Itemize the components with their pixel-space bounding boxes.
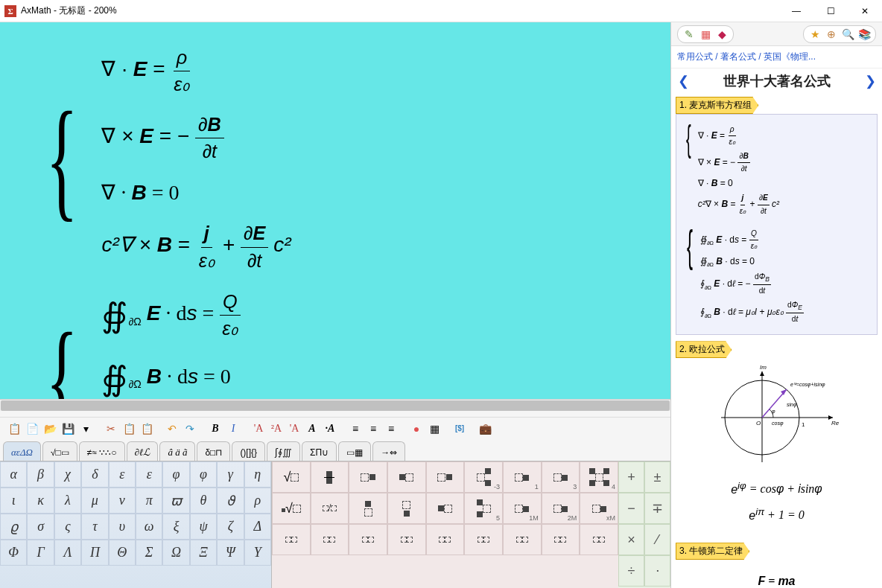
greek-Φ[interactable]: Φ (0, 540, 27, 566)
sidebar-search-icon[interactable]: 🔍 (840, 28, 856, 41)
tab-sum[interactable]: ΣΠ∪ (302, 441, 337, 461)
struct-cell[interactable]: 3 (542, 461, 580, 493)
font-a4[interactable]: A (304, 421, 320, 437)
greek-Ξ[interactable]: Ξ (190, 540, 217, 566)
struct-cell[interactable] (311, 461, 349, 493)
greek-ϱ[interactable]: ϱ (0, 514, 27, 540)
maxwell-eq1[interactable]: ∇ · E = ρε₀ (101, 45, 291, 98)
tab-arrow[interactable]: →⇔ (372, 441, 405, 461)
op-+[interactable]: + (618, 461, 644, 493)
struct-cell[interactable]: 4 (580, 461, 618, 493)
sidebar-star-icon[interactable]: ★ (807, 28, 823, 41)
sidebar-pin-icon[interactable]: ◆ (714, 28, 730, 41)
op-∓[interactable]: ∓ (644, 493, 670, 524)
greek-Π[interactable]: Π (81, 540, 108, 566)
struct-cell[interactable] (349, 461, 387, 493)
color-grid[interactable]: ▦ (426, 421, 442, 437)
tab-greek[interactable]: αεΔΩ (3, 441, 41, 461)
greek-ϑ[interactable]: ϑ (217, 488, 244, 514)
save-dropdown[interactable]: ▾ (77, 421, 94, 437)
op-×[interactable]: × (618, 524, 644, 555)
greek-κ[interactable]: κ (27, 488, 54, 514)
struct-cell[interactable] (426, 493, 465, 524)
font-a2[interactable]: ²A (268, 421, 285, 437)
op-−[interactable]: − (618, 493, 644, 524)
greek-ε[interactable]: ε (109, 461, 136, 488)
maximize-button[interactable]: ☐ (813, 0, 848, 22)
greek-γ[interactable]: γ (217, 461, 244, 488)
tab-accent[interactable]: â ä ã (159, 441, 195, 461)
struct-cell[interactable] (272, 524, 311, 555)
struct-cell[interactable] (387, 493, 426, 524)
op-⋅[interactable]: ⋅ (644, 555, 670, 587)
section2-body[interactable]: Im Re O 1 cosφ sinφ φ eⁱᵠ=cosφ+isinφ eiφ… (676, 358, 878, 537)
tab-matrix[interactable]: ▭▦ (338, 441, 371, 461)
greek-δ[interactable]: δ (81, 461, 108, 488)
canvas-area[interactable]: { ∇ · E = ρε₀ ∇ × E = − ∂B∂t ∇ · B = 0 (0, 22, 670, 399)
greek-η[interactable]: η (244, 461, 271, 488)
greek-Σ[interactable]: Σ (136, 540, 162, 566)
sidebar-content[interactable]: 1. 麦克斯韦方程组 { ∇ · E = ρε₀ ∇ × E = − ∂B∂t … (671, 94, 882, 588)
cut-button[interactable]: ✂ (103, 421, 119, 437)
color-picker[interactable]: ● (408, 421, 425, 437)
struct-cell[interactable] (580, 524, 618, 555)
copy-button[interactable]: 📋 (121, 421, 137, 437)
new-button[interactable]: 📋 (6, 421, 22, 437)
greek-ψ[interactable]: ψ (190, 514, 217, 540)
greek-υ[interactable]: υ (109, 514, 136, 540)
struct-cell[interactable] (349, 524, 387, 555)
new2-button[interactable]: 📄 (24, 421, 40, 437)
greek-ϖ[interactable]: ϖ (162, 488, 189, 514)
op-÷[interactable]: ÷ (618, 555, 644, 587)
greek-χ[interactable]: χ (54, 461, 81, 488)
redo-button[interactable]: ↷ (182, 421, 198, 437)
struct-cell[interactable] (311, 524, 349, 555)
greek-φ[interactable]: φ (162, 461, 189, 488)
align-center[interactable]: ≡ (365, 421, 381, 437)
struct-cell[interactable]: √ (272, 461, 311, 493)
section3-body[interactable]: F = ma (676, 560, 878, 588)
greek-Υ[interactable]: Υ (244, 540, 271, 566)
tab-script[interactable]: ∂ℓℒ (127, 441, 159, 461)
greek-Θ[interactable]: Θ (109, 540, 136, 566)
struct-cell[interactable]: xM (580, 493, 618, 524)
breadcrumb[interactable]: 常用公式 / 著名公式 / 英国《物理... (671, 46, 882, 68)
greek-ς[interactable]: ς (54, 514, 81, 540)
struct-cell[interactable]: 1 (503, 461, 542, 493)
greek-ξ[interactable]: ξ (162, 514, 189, 540)
align-left[interactable]: ≡ (347, 421, 364, 437)
struct-cell[interactable]: √ (272, 493, 311, 524)
greek-ι[interactable]: ι (0, 488, 27, 514)
struct-cell[interactable]: 5 (464, 493, 503, 524)
sidebar-book-icon[interactable]: 📚 (856, 28, 872, 41)
greek-ε[interactable]: ε (136, 461, 162, 488)
maxwell-eq4[interactable]: c²∇ × B = jε₀ + ∂E∂t c² (101, 220, 291, 274)
greek-ρ[interactable]: ρ (244, 488, 271, 514)
struct-cell[interactable]: 1M (503, 493, 542, 524)
open-button[interactable]: 📂 (42, 421, 58, 437)
struct-cell[interactable] (426, 524, 465, 555)
op-∕[interactable]: ∕ (644, 524, 670, 555)
section1-body[interactable]: { ∇ · E = ρε₀ ∇ × E = − ∂B∂t ∇ · B = 0 c… (676, 114, 878, 335)
struct-cell[interactable]: 2M (542, 493, 580, 524)
struct-cell[interactable] (349, 493, 387, 524)
latex-button[interactable]: [$] (451, 421, 468, 437)
bold-button[interactable]: B (207, 421, 223, 437)
greek-ω[interactable]: ω (136, 514, 162, 540)
greek-Λ[interactable]: Λ (54, 540, 81, 566)
case-button[interactable]: 💼 (477, 421, 493, 437)
greek-α[interactable]: α (0, 461, 27, 488)
minimize-button[interactable]: — (779, 0, 813, 22)
op-±[interactable]: ± (644, 461, 670, 493)
italic-button[interactable]: I (225, 421, 241, 437)
maxwell-int1[interactable]: ∯∂Ω E · ds = Qε₀ (101, 289, 265, 342)
tab-root[interactable]: √□▭ (42, 441, 77, 461)
sidebar-edit-icon[interactable]: ✎ (681, 28, 697, 41)
maxwell-int2[interactable]: ∯∂Ω B · ds = 0 (101, 355, 265, 399)
align-right[interactable]: ≡ (383, 421, 399, 437)
struct-cell[interactable] (464, 524, 503, 555)
struct-cell[interactable] (387, 524, 426, 555)
struct-cell[interactable] (542, 524, 580, 555)
greek-μ[interactable]: μ (81, 488, 108, 514)
greek-ν[interactable]: ν (109, 488, 136, 514)
